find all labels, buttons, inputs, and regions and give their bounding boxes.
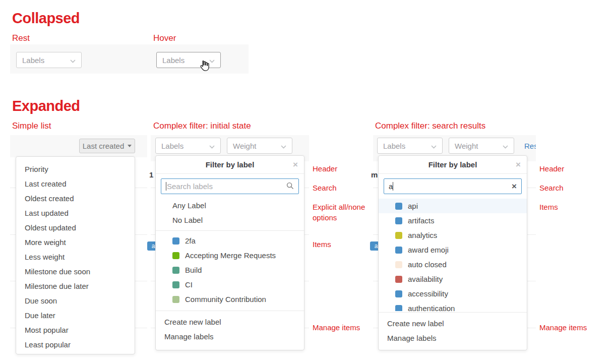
hand-pointer-cursor-icon	[199, 59, 211, 75]
sort-option[interactable]: Due soon	[16, 293, 135, 308]
weight-filter-dropdown[interactable]: Weight	[449, 138, 514, 154]
label-color-swatch	[172, 252, 179, 259]
search-icon	[286, 182, 294, 191]
label-name: accessibility	[408, 289, 448, 298]
label-name: authentication	[408, 304, 455, 311]
annotation-header: Header	[313, 163, 337, 174]
label-option[interactable]: Community Contribution	[156, 292, 304, 307]
label-color-swatch	[172, 237, 179, 245]
label-option[interactable]: 2fa	[156, 233, 304, 248]
dropdown-label: Labels	[161, 142, 183, 150]
label-option[interactable]: authentication	[379, 301, 527, 311]
sort-option[interactable]: Priority	[16, 162, 135, 176]
annotation-header: Header	[539, 163, 564, 174]
background-text-fragment: 1	[149, 170, 153, 179]
labels-dropdown-hover[interactable]: Labels	[156, 52, 221, 68]
annotation-manage-items: Manage items	[313, 322, 360, 333]
manage-labels-link[interactable]: Manage labels	[156, 329, 304, 344]
panel-footer: Create new label Manage labels	[379, 312, 527, 345]
sort-button-label: Last created	[83, 142, 125, 150]
label-name: artifacts	[408, 216, 435, 225]
close-icon[interactable]: ×	[293, 156, 298, 173]
annotation-items: Items	[313, 239, 331, 250]
search-value: a	[389, 182, 393, 191]
sort-option[interactable]: Most popular	[16, 323, 135, 337]
sort-option[interactable]: Less weight	[16, 250, 135, 264]
chevron-down-icon	[70, 56, 76, 65]
sort-option[interactable]: Last updated	[16, 206, 135, 220]
panel-title: Filter by label	[156, 156, 304, 173]
label-name: 2fa	[185, 236, 196, 245]
manage-labels-link[interactable]: Manage labels	[379, 331, 527, 345]
label-color-swatch	[395, 247, 402, 254]
rest-caption: Rest	[12, 33, 30, 43]
annotation-manage-items: Manage items	[539, 322, 587, 333]
filter-by-label-panel: Filter by label × a × apiartifactsanalyt…	[378, 155, 527, 350]
label-color-swatch	[395, 290, 402, 297]
filter-option[interactable]: Any Label	[156, 198, 304, 213]
search-input[interactable]: Search labels	[161, 178, 299, 194]
label-option[interactable]: Accepting Merge Requests	[156, 248, 304, 263]
annotation-items: Items	[539, 202, 558, 212]
label-color-swatch	[395, 305, 402, 312]
label-option[interactable]: analytics	[379, 228, 527, 242]
label-name: api	[408, 202, 418, 210]
hover-caption: Hover	[153, 33, 176, 43]
label-option[interactable]: artifacts	[379, 213, 527, 228]
label-option[interactable]: auto closed	[379, 257, 527, 272]
labels-filter-dropdown[interactable]: Labels	[155, 138, 221, 154]
chevron-down-icon	[431, 142, 437, 150]
sort-options-list: PriorityLast createdOldest createdLast u…	[16, 162, 135, 352]
sort-option[interactable]: Due later	[16, 308, 135, 323]
label-option[interactable]: award emoji	[379, 242, 527, 257]
chevron-down-icon	[281, 142, 286, 150]
sort-option[interactable]: Oldest updated	[16, 220, 135, 235]
divider	[156, 230, 304, 231]
label-option[interactable]: availability	[379, 272, 527, 286]
labels-dropdown-rest[interactable]: Labels	[16, 52, 82, 68]
label-name: Accepting Merge Requests	[185, 251, 276, 260]
panel-footer: Create new label Manage labels	[156, 311, 304, 344]
label-color-swatch	[395, 232, 402, 239]
sort-option[interactable]: More weight	[16, 235, 135, 250]
close-icon[interactable]: ×	[516, 156, 521, 173]
expanded-heading: Expanded	[12, 98, 80, 114]
dropdown-label: Weight	[233, 142, 256, 150]
filter-option[interactable]: No Label	[156, 213, 304, 227]
create-new-label-link[interactable]: Create new label	[379, 316, 527, 331]
dropdown-label: Weight	[455, 142, 478, 150]
label-option[interactable]: Build	[156, 263, 304, 277]
background-text-fragment: m	[371, 170, 378, 179]
annotation-search: Search	[313, 183, 337, 193]
label-options-list: 2faAccepting Merge RequestsBuildCICommun…	[156, 233, 304, 307]
search-input[interactable]: a ×	[384, 178, 522, 194]
sort-option[interactable]: Oldest created	[16, 191, 135, 206]
label-color-swatch	[172, 267, 179, 274]
label-option[interactable]: CI	[156, 277, 304, 292]
collapsed-heading: Collapsed	[12, 10, 80, 27]
label-option[interactable]: accessibility	[379, 286, 527, 301]
text-cursor	[393, 182, 393, 191]
panel-header: Filter by label ×	[379, 156, 527, 174]
labels-filter-dropdown[interactable]: Labels	[377, 138, 443, 154]
weight-filter-dropdown[interactable]: Weight	[227, 138, 292, 154]
label-color-swatch	[395, 276, 402, 283]
label-name: auto closed	[408, 260, 447, 269]
label-option[interactable]: api	[379, 199, 527, 213]
clear-search-icon[interactable]: ×	[512, 182, 517, 191]
caret-down-icon	[128, 145, 132, 147]
sort-option[interactable]: Last created	[16, 176, 135, 191]
sort-option[interactable]: Milestone due soon	[16, 264, 135, 279]
label-results-list: apiartifactsanalyticsaward emojiauto clo…	[379, 199, 527, 311]
label-name: availability	[408, 275, 443, 283]
simple-list-caption: Simple list	[12, 121, 51, 131]
label-color-swatch	[395, 203, 402, 210]
text-cursor	[166, 182, 166, 191]
sort-dropdown-button[interactable]: Last created	[79, 139, 135, 153]
label-color-swatch	[172, 296, 179, 303]
sort-option[interactable]: Least popular	[16, 337, 135, 352]
sort-option[interactable]: Milestone due later	[16, 279, 135, 293]
label-color-swatch	[395, 261, 402, 268]
reset-link[interactable]: Res	[524, 142, 536, 150]
create-new-label-link[interactable]: Create new label	[156, 315, 304, 329]
